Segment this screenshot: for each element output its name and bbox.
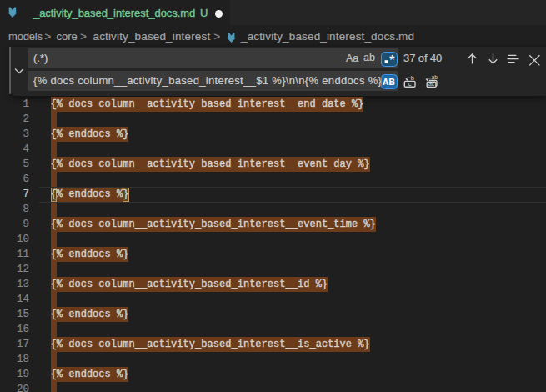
svg-text:ac: ac: [428, 81, 435, 87]
svg-text:ab: ab: [432, 74, 438, 80]
svg-text:c: c: [408, 80, 412, 88]
svg-text:*: *: [388, 53, 394, 67]
